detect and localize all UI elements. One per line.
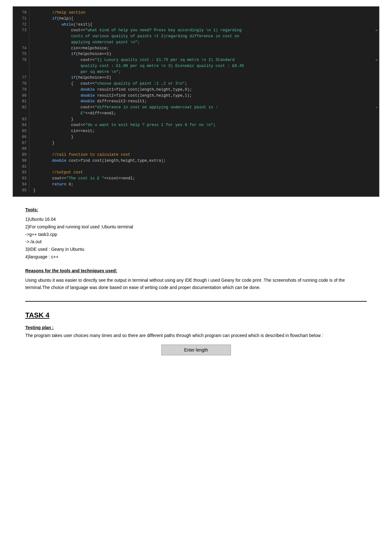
keyword: if	[71, 52, 76, 56]
string-text: £"	[81, 111, 85, 116]
line-content: }	[29, 188, 379, 194]
string-text: "what kind of help you need? Press key a…	[85, 28, 242, 33]
line-number: 74	[13, 45, 29, 51]
line-content: cin>>helpchoice;	[29, 45, 379, 51]
line-number: 80	[13, 93, 29, 99]
tools-item-4: ->./a.out	[25, 238, 367, 246]
code-line-82: 82 cout<<"difference in cost on applying…	[13, 105, 379, 117]
code-line-93: 93 cout<<"The cost is £ "<<cost<<endl;	[13, 176, 379, 182]
tools-item-2: 2)For compiling and running tool used :U…	[25, 223, 367, 231]
string-text: per sq metre \n";	[81, 70, 121, 74]
code-line-87: 87 }	[13, 140, 379, 146]
number: 0	[185, 87, 187, 92]
line-content: }	[29, 140, 379, 146]
keyword: if	[71, 75, 76, 80]
flowchart-enter-length-box: Enter length	[161, 345, 231, 355]
line-number: 85	[13, 128, 29, 134]
line-number: 77	[13, 75, 29, 81]
code-block: 70 //help section 71 if(help){ 72 while(…	[13, 6, 379, 197]
tools-item-6: 4)language : c++	[25, 253, 367, 261]
line-content: while(!exit){	[29, 22, 379, 28]
string-text: quality cost : £1.00 per sq metre \n 3) …	[81, 64, 244, 68]
line-number: 91	[13, 164, 29, 170]
comment-text: //output cost	[33, 170, 83, 175]
line-content: cout<<"do u want to exit help ? press 1 …	[29, 122, 379, 128]
tools-section: Tools: 1)Ubuntu 16.04 2)For compiling an…	[25, 206, 367, 261]
code-line-95: 95 }	[13, 188, 379, 194]
code-line-70: 70 //help section	[13, 10, 379, 16]
tools-item-1: 1)Ubuntu 16.04	[25, 216, 367, 223]
wrap-indicator: ↵	[376, 57, 378, 63]
string-text: applying undercoat paint \n";	[71, 40, 140, 45]
line-number: 76	[13, 57, 29, 75]
line-content: cout<<"The cost is £ "<<cost<<endl;	[29, 176, 379, 182]
line-number: 95	[13, 188, 29, 194]
line-number: 94	[13, 182, 29, 188]
string-text: "difference in cost on applying undercoa…	[95, 105, 218, 110]
line-number: 79	[13, 87, 29, 93]
string-text: costs of various quality of paints \t 2)…	[71, 34, 239, 39]
keyword: return	[52, 182, 66, 187]
string-text: "choose quality of paint :1 ,2 or 3\n"	[95, 81, 185, 86]
line-content: }	[29, 117, 379, 123]
code-line-81: 81 double diff=result2-result1;	[13, 99, 379, 105]
line-number: 93	[13, 176, 29, 182]
line-content: cout<<"what kind of help you need? Press…	[29, 27, 379, 45]
code-line-71: 71 if(help){	[13, 16, 379, 22]
line-content: //output cost	[29, 170, 379, 176]
code-line-84: 84 cout<<"do u want to exit help ? press…	[13, 122, 379, 128]
code-line-78: 78 { cout<<"choose quality of paint :1 ,…	[13, 81, 379, 87]
line-content: double diff=result2-result1;	[29, 99, 379, 105]
line-number: 71	[13, 16, 29, 22]
number: 1	[185, 93, 187, 98]
keyword: double	[81, 87, 95, 92]
tools-item-3: ->g++ task3.cpp	[25, 231, 367, 238]
reasons-section: Reasons for the tools and techniques use…	[25, 267, 367, 292]
code-line-86: 86 }	[13, 134, 379, 140]
line-content: double result1=find cost(length,height,t…	[29, 87, 379, 93]
line-number: 75	[13, 51, 29, 57]
line-content: //help section	[29, 10, 379, 16]
tools-list: 1)Ubuntu 16.04 2)For compiling and runni…	[25, 216, 367, 261]
line-content: if(help){	[29, 16, 379, 22]
number: 0	[69, 182, 71, 187]
line-number: 72	[13, 22, 29, 28]
line-number: 87	[13, 140, 29, 146]
line-number: 84	[13, 122, 29, 128]
keyword: if	[52, 16, 57, 21]
tools-item-5: 3)IDE used : Geany in Ubuntu	[25, 246, 367, 253]
code-line-73: 73 cout<<"what kind of help you need? Pr…	[13, 27, 379, 45]
string-text: "1) Luxury quality cost : £1.75 per sq m…	[95, 58, 235, 62]
line-content: double result2=find cost(length,height,t…	[29, 93, 379, 99]
wrap-indicator: ↵	[376, 105, 378, 110]
line-content	[29, 164, 379, 170]
code-line-74: 74 cin>>helpchoice;	[13, 45, 379, 51]
code-line-88: 88	[13, 146, 379, 152]
line-number: 70	[13, 10, 29, 16]
task4-section: TASK 4 Testing plan : The program takes …	[25, 311, 367, 355]
tools-heading: Tools:	[25, 206, 367, 214]
line-content	[29, 146, 379, 152]
code-line-75: 75 if(helpchoice==1)	[13, 51, 379, 57]
keyword: double	[81, 99, 95, 104]
code-line-72: 72 while(!exit){	[13, 22, 379, 28]
line-number: 88	[13, 146, 29, 152]
task4-title: TASK 4	[25, 311, 367, 319]
code-line-79: 79 double result1=find cost(length,heigh…	[13, 87, 379, 93]
line-content: cout<<"difference in cost on applying un…	[29, 105, 379, 117]
wrap-indicator: ↵	[376, 27, 378, 33]
code-line-83: 83 }	[13, 117, 379, 123]
line-number: 83	[13, 117, 29, 123]
code-line-92: 92 //output cost	[13, 170, 379, 176]
code-line-89: 89 //call function to calculate cost	[13, 152, 379, 158]
keyword: double	[81, 93, 95, 98]
testing-plan-heading: Testing plan :	[25, 325, 367, 330]
line-number: 81	[13, 99, 29, 105]
code-line-94: 94 return 0;	[13, 182, 379, 188]
code-line-77: 77 if(helpchoice==2)	[13, 75, 379, 81]
line-number: 89	[13, 152, 29, 158]
line-content: { cout<<"choose quality of paint :1 ,2 o…	[29, 81, 379, 87]
keyword: double	[52, 159, 66, 163]
line-content: if(helpchoice==1)	[29, 51, 379, 57]
keyword: while	[62, 22, 74, 27]
